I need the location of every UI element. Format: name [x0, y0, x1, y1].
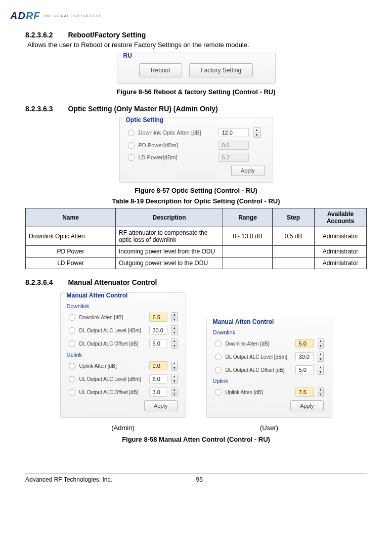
atten-row: UL Output ALC Offset [dB]3.0▲▼ [69, 387, 178, 397]
radio-icon[interactable] [69, 327, 75, 334]
atten-row: Uplink Atten [dB]0.0▲▼ [69, 361, 178, 371]
figure-8-56-caption: Figure 8-56 Reboot & factory Setting (Co… [25, 88, 367, 96]
reboot-panel-title: RU [123, 52, 269, 59]
optic-desc-table: Name Description Range Step Available Ac… [25, 208, 367, 269]
radio-icon[interactable] [69, 376, 75, 382]
stepper-icon[interactable]: ▲▼ [171, 361, 178, 371]
heading-optic: 8.2.3.6.3 Optic Setting (Only Master RU)… [25, 105, 367, 113]
atten-label: UL Output ALC Offset [dB] [79, 390, 145, 395]
radio-icon[interactable] [215, 340, 222, 347]
atten-label: DL Output ALC Level [dBm] [79, 328, 145, 333]
th-range: Range [223, 208, 273, 227]
atten-input[interactable]: 3.0 [149, 388, 167, 397]
cell-name: LD Power [26, 258, 116, 269]
heading-reboot: 8.2.3.6.2 Reboot/Factory Setting [25, 31, 367, 39]
manual-apply-button[interactable]: Apply [290, 400, 324, 411]
heading-num: 8.2.3.6.4 [25, 278, 53, 286]
pd-power-label: PD Power[dBm] [139, 142, 214, 148]
atten-row: DL Output ALC Offset [dB]5.0▲▼ [215, 365, 324, 375]
atten-input[interactable]: 5.0 [295, 365, 314, 374]
cell-desc: Incoming power level from the ODU [116, 246, 223, 258]
heading-manual-atten: 8.2.3.6.4 Manual Attenuator Control [25, 278, 367, 286]
cell-step: 0.5 dB [273, 227, 315, 246]
reboot-button[interactable]: Reboot [139, 63, 182, 77]
cell-range [223, 258, 273, 269]
cell-acct: Administrator [315, 258, 367, 269]
dl-optic-atten-input[interactable]: 12.0 [219, 128, 249, 137]
stepper-icon[interactable]: ▲▼ [171, 338, 178, 349]
atten-label: Uplink Atten [dB] [226, 390, 291, 395]
radio-icon[interactable] [128, 154, 135, 161]
factory-setting-button[interactable]: Factory Setting [189, 63, 253, 77]
stepper-icon[interactable]: ▲▼ [318, 352, 324, 362]
stepper-icon[interactable]: ▲▼ [253, 127, 261, 138]
atten-input[interactable]: 5.0 [149, 339, 167, 348]
atten-input[interactable]: 7.5 [295, 388, 314, 397]
atten-input[interactable]: 5.0 [295, 339, 314, 348]
optic-setting-panel: Optic Setting Downlink Optic Atten [dB] … [119, 117, 273, 183]
radio-icon[interactable] [128, 130, 135, 136]
dl-optic-atten-label: Downlink Optic Atten [dB] [139, 130, 214, 136]
stepper-icon[interactable]: ▲▼ [318, 387, 324, 397]
logo-text: ADRF [10, 10, 40, 22]
radio-icon[interactable] [69, 389, 75, 396]
radio-icon[interactable] [69, 314, 75, 321]
stepper-icon[interactable]: ▲▼ [171, 325, 178, 335]
logo: ADRF THE SIGNAL FOR SUCCESS [10, 10, 367, 22]
atten-row: Downlink Atten [dB]5.0▲▼ [215, 338, 324, 349]
manual-panel-title: Manual Atten Control [67, 292, 180, 299]
radio-icon[interactable] [69, 363, 75, 369]
footer-page-number: 95 [196, 476, 203, 483]
radio-icon[interactable] [128, 142, 135, 149]
atten-input[interactable]: 6.0 [149, 374, 167, 383]
atten-row: UL Output ALC Level [dBm]6.0▲▼ [69, 374, 178, 384]
cell-name: PD Power [26, 246, 116, 258]
cell-desc: RF attenuator to compensate the optic lo… [116, 227, 223, 246]
atten-row: Downlink Atten [dB]6.5▲▼ [69, 312, 178, 322]
atten-input[interactable]: 30.0 [295, 352, 314, 361]
page-footer: Advanced RF Technologies, Inc. 95 [25, 474, 367, 483]
atten-label: UL Output ALC Level [dBm] [79, 376, 145, 382]
atten-label: Uplink Atten [dB] [79, 363, 145, 369]
table-row: Downlink Optic Atten RF attenuator to co… [26, 227, 367, 246]
atten-input[interactable]: 0.0 [149, 361, 167, 370]
reboot-panel: RU Reboot Factory Setting [117, 53, 276, 84]
table-row: PD Power Incoming power level from the O… [26, 246, 367, 258]
role-user-label: (User) [260, 424, 278, 432]
figure-8-57-caption: Figure 8-57 Optic Setting (Control - RU) [25, 187, 367, 194]
th-accounts: Available Accounts [315, 208, 367, 227]
cell-step [273, 258, 315, 269]
cell-acct: Administrator [315, 227, 367, 246]
atten-row: DL Output ALC Level [dBm]30.0▲▼ [215, 352, 324, 362]
atten-row: Uplink Atten [dB]7.5▲▼ [215, 387, 324, 397]
radio-icon[interactable] [215, 367, 222, 373]
manual-apply-button[interactable]: Apply [144, 400, 178, 411]
atten-label: DL Output ALC Offset [dB] [226, 367, 291, 373]
figure-8-58-caption: Figure 8-58 Manual Atten Control (Contro… [25, 436, 367, 443]
radio-icon[interactable] [69, 340, 75, 347]
cell-acct: Administrator [315, 246, 367, 258]
stepper-icon[interactable]: ▲▼ [171, 374, 178, 384]
stepper-icon[interactable]: ▲▼ [318, 338, 324, 349]
cell-step [273, 246, 315, 258]
heading-title: Optic Setting (Only Master RU) (Admin On… [68, 105, 217, 113]
stepper-icon[interactable]: ▲▼ [171, 387, 178, 397]
ld-power-label: LD Power[dBm] [139, 154, 214, 160]
th-step: Step [273, 208, 315, 227]
atten-input[interactable]: 30.0 [149, 326, 167, 335]
atten-input[interactable]: 6.5 [149, 313, 167, 322]
downlink-header: Downlink [213, 329, 324, 335]
th-description: Description [116, 208, 223, 227]
manual-panel-title: Manual Atten Control [213, 318, 326, 325]
cell-desc: Outgoing power level to the ODU [116, 258, 223, 269]
stepper-icon[interactable]: ▲▼ [171, 312, 178, 322]
atten-label: Downlink Atten [dB] [79, 315, 145, 320]
heading-title: Reboot/Factory Setting [68, 31, 146, 39]
optic-apply-button[interactable]: Apply [231, 165, 265, 176]
reboot-body: Allows the user to Reboot or restore Fac… [27, 41, 367, 49]
th-name: Name [26, 208, 116, 227]
stepper-icon[interactable]: ▲▼ [318, 365, 324, 375]
atten-row: DL Output ALC Offset [dB]5.0▲▼ [69, 338, 178, 349]
radio-icon[interactable] [215, 354, 222, 360]
radio-icon[interactable] [215, 389, 222, 396]
